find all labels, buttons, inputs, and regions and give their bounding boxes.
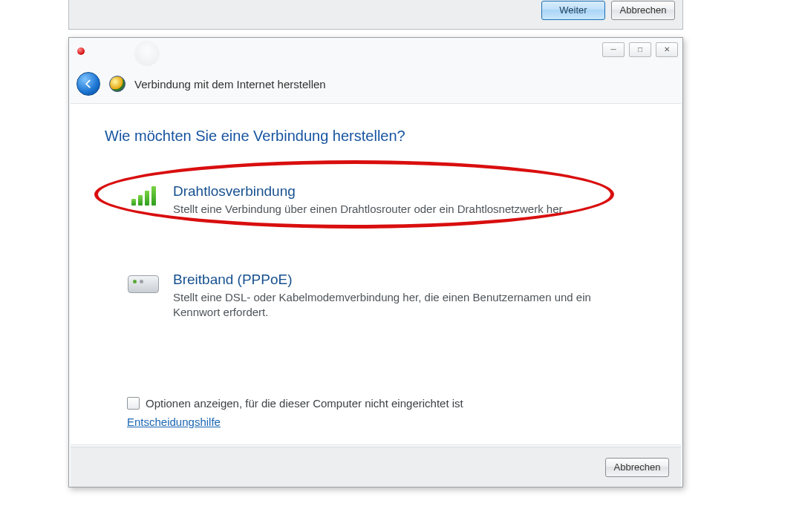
option-broadband-title: Breitband (PPPoE) [173, 272, 619, 289]
background-next-button[interactable]: Weiter [541, 1, 605, 20]
option-broadband[interactable]: Breitband (PPPoE) Stellt eine DSL- oder … [105, 260, 647, 333]
maximize-button[interactable]: □ [629, 42, 651, 57]
close-button[interactable]: ✕ [656, 42, 678, 57]
modem-icon [128, 275, 159, 293]
window-icon [134, 41, 160, 66]
option-wireless-desc: Stellt eine Verbindung über einen Drahtl… [173, 202, 565, 217]
background-cancel-button[interactable]: Abbrechen [611, 1, 675, 20]
option-wireless[interactable]: Drahtlosverbindung Stellt eine Verbindun… [105, 171, 647, 230]
minimize-icon: ─ [610, 46, 616, 53]
wifi-signal-icon [131, 186, 156, 206]
network-globe-icon [109, 76, 125, 92]
option-wireless-title: Drahtlosverbindung [173, 183, 565, 200]
window-caption-buttons: ─ □ ✕ [602, 42, 678, 57]
background-wizard-footer: Weiter Abbrechen [68, 0, 683, 30]
minimize-button[interactable]: ─ [602, 42, 625, 57]
option-broadband-desc: Stellt eine DSL- oder Kabelmodemverbindu… [173, 290, 619, 321]
wizard-content: Wie möchten Sie eine Verbindung herstell… [71, 103, 681, 445]
decorative-dot [77, 47, 85, 55]
wizard-title: Verbindung mit dem Internet herstellen [134, 78, 326, 91]
arrow-left-icon [83, 79, 94, 89]
show-all-options-label: Optionen anzeigen, für die dieser Comput… [146, 397, 463, 410]
show-all-options-checkbox[interactable] [127, 397, 140, 410]
connect-to-internet-wizard: ─ □ ✕ Verbindung mit dem Internet herste… [68, 37, 683, 487]
cancel-button[interactable]: Abbrechen [605, 458, 669, 477]
back-button[interactable] [76, 72, 100, 96]
maximize-icon: □ [638, 46, 642, 53]
wizard-heading: Wie möchten Sie eine Verbindung herstell… [105, 128, 647, 145]
wizard-bottom-options: Optionen anzeigen, für die dieser Comput… [127, 397, 463, 428]
close-icon: ✕ [664, 46, 670, 53]
help-link[interactable]: Entscheidungshilfe [127, 416, 221, 428]
wizard-footer: Abbrechen [71, 447, 681, 487]
